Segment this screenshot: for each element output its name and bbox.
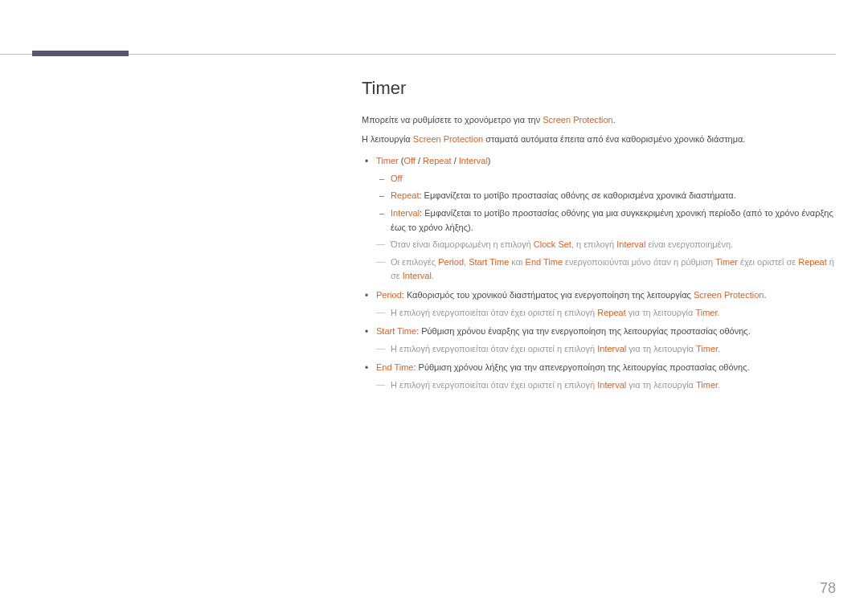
text: , η επιλογή bbox=[571, 239, 616, 249]
keyword-off: Off bbox=[391, 174, 402, 183]
text: για τη λειτουργία bbox=[626, 380, 696, 390]
text: Οι επιλογές bbox=[391, 257, 438, 267]
bullet-period: Period: Καθορισμός του χρονικού διαστήμα… bbox=[362, 288, 836, 320]
text: . bbox=[718, 344, 720, 353]
note-period-enabled: Η επιλογή ενεργοποιείται όταν έχει οριστ… bbox=[376, 306, 836, 321]
keyword-start-time: Start Time bbox=[376, 326, 416, 336]
text: Η επιλογή ενεργοποιείται όταν έχει οριστ… bbox=[391, 344, 597, 353]
keyword-screen-protection: Screen Protection bbox=[694, 290, 764, 300]
keyword-interval: Interval bbox=[391, 208, 420, 218]
keyword-timer: Timer bbox=[696, 344, 718, 353]
text: Εμφανίζεται το μοτίβο προστασίας οθόνης … bbox=[391, 208, 833, 232]
keyword-repeat: Repeat bbox=[597, 308, 625, 317]
text: . bbox=[718, 308, 720, 317]
intro-line-2: Η λειτουργία Screen Protection σταματά α… bbox=[362, 133, 836, 147]
page-number: 78 bbox=[820, 580, 836, 597]
page: Timer Μπορείτε να ρυθμίσετε το χρονόμετρ… bbox=[0, 0, 868, 613]
keyword-clock-set: Clock Set bbox=[534, 239, 571, 249]
text: / bbox=[452, 156, 459, 166]
keyword-interval: Interval bbox=[403, 271, 432, 280]
text: Ρύθμιση χρόνου έναρξης για την ενεργοποί… bbox=[421, 326, 750, 336]
text: . bbox=[613, 115, 616, 125]
sub-interval: Interval: Εμφανίζεται το μοτίβο προστασί… bbox=[376, 206, 836, 235]
text: Ρύθμιση χρόνου λήξης για την απενεργοποί… bbox=[419, 362, 750, 372]
text: έχει οριστεί σε bbox=[738, 257, 798, 267]
sub-off: Off bbox=[376, 172, 836, 186]
text: Μπορείτε να ρυθμίσετε το χρονόμετρο για … bbox=[362, 115, 542, 125]
intro-line-1: Μπορείτε να ρυθμίσετε το χρονόμετρο για … bbox=[362, 113, 836, 128]
text: σταματά αυτόματα έπειτα από ένα καθορισμ… bbox=[483, 134, 745, 144]
keyword-repeat: Repeat bbox=[798, 257, 826, 267]
text: ) bbox=[488, 156, 491, 166]
text: Όταν είναι διαμορφωμένη η επιλογή bbox=[391, 239, 534, 249]
keyword-screen-protection: Screen Protection bbox=[542, 115, 612, 125]
section-title: Timer bbox=[362, 78, 836, 99]
note-start-enabled: Η επιλογή ενεργοποιείται όταν έχει οριστ… bbox=[376, 342, 836, 357]
bullet-end-time: End Time: Ρύθμιση χρόνου λήξης για την α… bbox=[362, 361, 836, 392]
keyword-end-time: End Time bbox=[376, 362, 413, 372]
keyword-off: Off bbox=[403, 156, 415, 166]
keyword-interval: Interval bbox=[597, 380, 626, 390]
text: Η επιλογή ενεργοποιείται όταν έχει οριστ… bbox=[391, 308, 597, 317]
keyword-period: Period bbox=[376, 290, 402, 300]
text: Η επιλογή ενεργοποιείται όταν έχει οριστ… bbox=[391, 380, 597, 390]
keyword-end-time: End Time bbox=[526, 257, 563, 267]
keyword-timer: Timer bbox=[696, 380, 718, 390]
header-tab-marker bbox=[32, 51, 129, 56]
text: για τη λειτουργία bbox=[626, 308, 696, 317]
keyword-start-time: Start Time bbox=[469, 257, 509, 267]
text: Η λειτουργία bbox=[362, 134, 413, 144]
text: . bbox=[764, 290, 766, 300]
sub-list: Off Repeat: Εμφανίζεται το μοτίβο προστα… bbox=[376, 172, 836, 235]
sub-repeat: Repeat: Εμφανίζεται το μοτίβο προστασίας… bbox=[376, 189, 836, 203]
keyword-timer: Timer bbox=[715, 257, 738, 267]
note-clock-set: Όταν είναι διαμορφωμένη η επιλογή Clock … bbox=[376, 238, 836, 252]
note-end-enabled: Η επιλογή ενεργοποιείται όταν έχει οριστ… bbox=[376, 378, 836, 393]
text: Εμφανίζεται το μοτίβο προστασίας οθόνης … bbox=[424, 190, 736, 200]
text: / bbox=[416, 156, 423, 166]
text: ενεργοποιούνται μόνο όταν η ρύθμιση bbox=[563, 257, 715, 267]
keyword-interval: Interval bbox=[616, 239, 645, 249]
content-area: Timer Μπορείτε να ρυθμίσετε το χρονόμετρ… bbox=[362, 78, 836, 398]
text: . bbox=[432, 271, 434, 280]
text: Καθορισμός του χρονικού διαστήματος για … bbox=[407, 290, 694, 300]
keyword-timer: Timer bbox=[695, 308, 717, 317]
keyword-repeat: Repeat bbox=[423, 156, 451, 166]
keyword-timer: Timer bbox=[376, 156, 399, 166]
keyword-period: Period bbox=[438, 257, 464, 267]
text: για τη λειτουργία bbox=[626, 344, 696, 353]
bullet-timer: Timer (Off / Repeat / Interval) Off Repe… bbox=[362, 154, 836, 284]
text: είναι ενεργοποιημένη. bbox=[645, 239, 733, 249]
note-period-start-end: Οι επιλογές Period, Start Time και End T… bbox=[376, 255, 836, 284]
text: και bbox=[509, 257, 525, 267]
text: . bbox=[718, 380, 720, 390]
bullet-start-time: Start Time: Ρύθμιση χρόνου έναρξης για τ… bbox=[362, 325, 836, 356]
bullet-list: Timer (Off / Repeat / Interval) Off Repe… bbox=[362, 154, 836, 392]
keyword-repeat: Repeat bbox=[391, 190, 419, 200]
keyword-screen-protection: Screen Protection bbox=[413, 134, 483, 144]
keyword-interval: Interval bbox=[459, 156, 488, 166]
keyword-interval: Interval bbox=[597, 344, 626, 353]
